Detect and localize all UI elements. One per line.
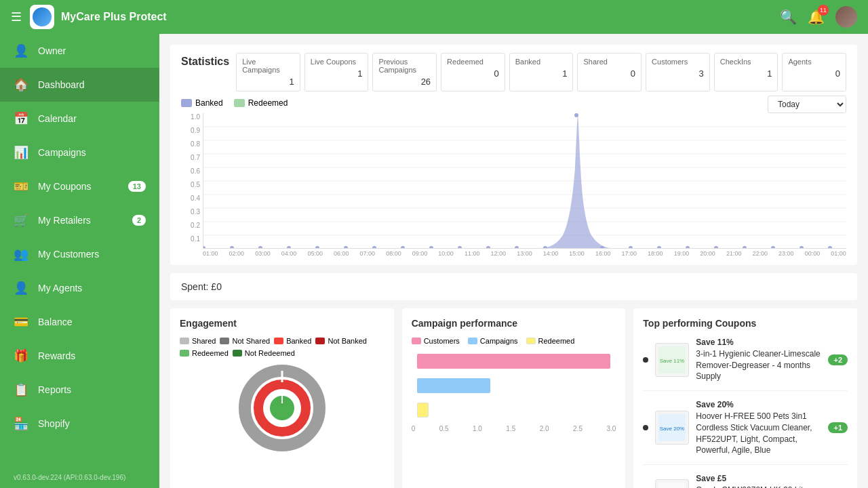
svg-point-17 <box>429 246 433 249</box>
sidebar-item-rewards[interactable]: 🎁 Rewards <box>0 339 159 373</box>
svg-point-18 <box>458 246 462 249</box>
top-coupons-panel: Top performing Coupons Save 11% Save 11%… <box>633 308 857 488</box>
perf-legend: Customers Campaigns Redeemed <box>412 337 616 345</box>
stat-value-0: 1 <box>242 77 294 87</box>
sidebar-item-campaigns[interactable]: 📊 Campaigns <box>0 136 159 169</box>
chart-period-dropdown[interactable]: Today This Week This Month <box>768 96 846 113</box>
svg-point-12 <box>287 246 291 249</box>
stat-card-banked: Banked 1 <box>509 53 574 92</box>
engagement-title: Engagement <box>180 318 384 329</box>
perf-x-axis: 0 0.5 1.0 1.5 2.0 2.5 3.0 <box>412 425 616 432</box>
eng-not-shared: Not Shared <box>220 337 270 345</box>
retailers-icon: 🛒 <box>14 213 28 228</box>
shared-color <box>180 338 189 344</box>
stat-card-shared: Shared 0 <box>577 53 642 92</box>
sidebar-item-shopify[interactable]: 🏪 Shopify <box>0 407 159 441</box>
perf-redeemed: Redeemed <box>526 337 575 345</box>
stat-label-7: CheckIns <box>720 58 772 66</box>
sidebar: 👤 Owner 🏠 Dashboard 📅 Calendar 📊 Campaig… <box>0 34 159 488</box>
perf-redeemed-label: Redeemed <box>538 337 575 345</box>
notification-icon[interactable]: 🔔 11 <box>808 9 825 25</box>
eng-banked: Banked <box>274 337 311 345</box>
sidebar-item-balance[interactable]: 💳 Balance <box>0 305 159 339</box>
sidebar-label-my-retailers: My Retailers <box>38 215 91 226</box>
coupon-info-0: Save 11% 3-in-1 Hygienic Cleaner-Limesca… <box>696 337 821 382</box>
stat-label-4: Banked <box>515 58 568 66</box>
redeemed-legend-color <box>234 99 245 107</box>
eng-not-banked-label: Not Banked <box>328 337 366 345</box>
app-name: MyCare Plus Protect <box>61 11 780 23</box>
not-redeemed-color <box>233 350 242 357</box>
sidebar-item-reports[interactable]: 📋 Reports <box>0 373 159 407</box>
svg-point-10 <box>230 246 234 249</box>
svg-point-14 <box>344 246 348 249</box>
sidebar-label-campaigns: Campaigns <box>38 147 86 158</box>
sidebar-label-reports: Reports <box>38 384 71 395</box>
sidebar-item-my-coupons[interactable]: 🎫 My Coupons 13 <box>0 169 159 203</box>
menu-icon[interactable]: ☰ <box>11 9 22 24</box>
notification-badge: 11 <box>818 5 829 16</box>
stat-label-6: Customers <box>652 58 704 66</box>
balance-icon: 💳 <box>14 314 28 329</box>
campaign-perf-title: Campaign performance <box>412 318 616 329</box>
stats-cards: Live Campaigns 1 Live Coupons 1 Previous… <box>236 53 846 92</box>
stat-card-redeemed: Redeemed 0 <box>441 53 505 92</box>
perf-bar-campaigns <box>417 376 611 395</box>
sidebar-item-dashboard[interactable]: 🏠 Dashboard <box>0 68 159 102</box>
sidebar-label-my-agents: My Agents <box>38 283 82 293</box>
stat-value-2: 26 <box>378 77 431 87</box>
search-icon[interactable]: 🔍 <box>780 9 797 25</box>
coupon-info-1: Save 20% Hoover H-FREE 500 Pets 3in1 Cor… <box>696 399 821 456</box>
dashboard-icon: 🏠 <box>14 77 28 92</box>
svg-point-30 <box>800 246 804 249</box>
svg-point-26 <box>686 246 690 249</box>
shopify-icon: 🏪 <box>14 416 28 431</box>
chart-area: 1.0 0.9 0.8 0.7 0.6 0.5 0.4 0.3 0.2 0.1 <box>181 113 846 257</box>
stat-card-agents: Agents 0 <box>782 53 846 92</box>
content-area: Statistics Live Campaigns 1 Live Coupons… <box>159 34 868 488</box>
coupon-badge-1: +1 <box>828 422 848 433</box>
stat-card-live-coupons: Live Coupons 1 <box>304 53 369 92</box>
sidebar-label-balance: Balance <box>38 317 73 327</box>
eng-not-redeemed: Not Redeemed <box>233 349 295 357</box>
coupon-item-1: Save 20% Save 20% Hoover H-FREE 500 Pets… <box>643 399 848 465</box>
svg-point-28 <box>743 246 747 249</box>
owner-icon: 👤 <box>14 43 28 58</box>
sidebar-item-my-agents[interactable]: 👤 My Agents <box>0 271 159 305</box>
svg-point-11 <box>258 246 262 249</box>
sidebar-item-owner[interactable]: 👤 Owner <box>0 34 159 68</box>
not-banked-color <box>315 338 325 344</box>
svg-point-16 <box>401 246 405 249</box>
avatar[interactable] <box>835 6 857 28</box>
sidebar-label-shopify: Shopify <box>38 418 70 429</box>
sidebar-label-dashboard: Dashboard <box>38 79 85 90</box>
svg-point-24 <box>629 246 633 249</box>
svg-point-9 <box>203 246 205 249</box>
perf-customers-label: Customers <box>424 337 460 345</box>
spent-bar: Spent: £0 <box>170 273 857 300</box>
perf-bar-redeemed <box>417 401 611 420</box>
sidebar-item-my-customers[interactable]: 👥 My Customers <box>0 237 159 271</box>
top-coupons-title: Top performing Coupons <box>643 318 848 329</box>
svg-point-20 <box>515 246 519 249</box>
stat-value-5: 0 <box>583 68 635 79</box>
sidebar-label-my-customers: My Customers <box>38 249 99 260</box>
sidebar-label-owner: Owner <box>38 45 66 56</box>
sidebar-item-calendar[interactable]: 📅 Calendar <box>0 102 159 136</box>
y-axis-labels: 1.0 0.9 0.8 0.7 0.6 0.5 0.4 0.3 0.2 0.1 <box>181 113 203 249</box>
stat-value-4: 1 <box>515 68 568 79</box>
sidebar-item-my-retailers[interactable]: 🛒 My Retailers 2 <box>0 203 159 237</box>
coupon-img-1: Save 20% <box>655 411 689 445</box>
svg-point-31 <box>828 246 832 249</box>
coupon-img-2: Save £5 <box>655 479 689 488</box>
sidebar-label-rewards: Rewards <box>38 350 75 361</box>
sidebar-version: v0.63.0-dev.224 (API:0.63.0-dev.196) <box>0 467 159 488</box>
stat-label-2: Previous Campaigns <box>378 58 431 74</box>
perf-campaigns: Campaigns <box>468 337 518 345</box>
coupon-info-2: Save £5 Candy CMW2070M-UK 20 Litre Micro… <box>696 473 821 488</box>
bar-redeemed-fill <box>417 403 429 418</box>
coupon-item-0: Save 11% Save 11% 3-in-1 Hygienic Cleane… <box>643 337 848 391</box>
coupons-badge: 13 <box>128 181 146 192</box>
eng-redeemed-label: Redeemed <box>192 349 229 357</box>
eng-redeemed: Redeemed <box>180 349 229 357</box>
